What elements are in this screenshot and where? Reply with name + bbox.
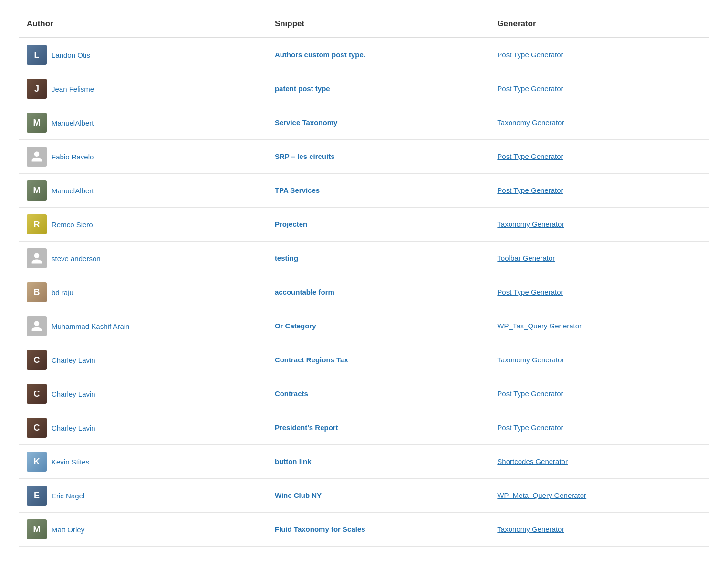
- table-row: LLandon OtisAuthors custom post type.Pos…: [19, 38, 709, 72]
- snippet-cell-11: President's Report: [267, 411, 489, 445]
- author-cell-2: MManuelAlbert: [19, 106, 267, 140]
- author-name[interactable]: Charley Lavin: [52, 356, 95, 364]
- avatar: L: [27, 45, 47, 65]
- snippet-link[interactable]: patent post type: [275, 84, 330, 93]
- author-name[interactable]: steve anderson: [52, 254, 101, 263]
- author-name[interactable]: Jean Felisme: [52, 85, 94, 93]
- generator-link[interactable]: Post Type Generator: [497, 152, 563, 160]
- author-cell-1: JJean Felisme: [19, 72, 267, 106]
- table-row: MManuelAlbertTPA ServicesPost Type Gener…: [19, 174, 709, 208]
- author-wrapper: steve anderson: [27, 248, 260, 268]
- avatar: [27, 147, 47, 167]
- generator-cell-7: Post Type Generator: [489, 275, 709, 309]
- column-header-author: Author: [19, 14, 267, 38]
- author-cell-11: CCharley Lavin: [19, 411, 267, 445]
- avatar: M: [27, 519, 47, 539]
- avatar: M: [27, 113, 47, 133]
- generator-cell-6: Toolbar Generator: [489, 242, 709, 275]
- table-row: CCharley LavinContractsPost Type Generat…: [19, 377, 709, 411]
- author-wrapper: CCharley Lavin: [27, 350, 260, 370]
- author-name[interactable]: bd raju: [52, 288, 73, 296]
- snippet-cell-9: Contract Regions Tax: [267, 343, 489, 377]
- author-wrapper: EEric Nagel: [27, 486, 260, 506]
- avatar: K: [27, 452, 47, 472]
- generator-link[interactable]: Toolbar Generator: [497, 254, 555, 262]
- snippet-cell-14: Fluid Taxonomy for Scales: [267, 513, 489, 547]
- snippet-link[interactable]: button link: [275, 457, 312, 465]
- generator-link[interactable]: Post Type Generator: [497, 390, 563, 398]
- snippet-cell-8: Or Category: [267, 309, 489, 343]
- author-name[interactable]: Charley Lavin: [52, 424, 95, 432]
- generator-link[interactable]: Taxonomy Generator: [497, 118, 564, 127]
- snippet-link[interactable]: Wine Club NY: [275, 491, 322, 499]
- generator-link[interactable]: WP_Tax_Query Generator: [497, 322, 582, 330]
- author-name[interactable]: Landon Otis: [52, 51, 90, 59]
- snippet-cell-13: Wine Club NY: [267, 479, 489, 513]
- table-row: MManuelAlbertService TaxonomyTaxonomy Ge…: [19, 106, 709, 140]
- generator-link[interactable]: Shortcodes Generator: [497, 457, 568, 465]
- avatar: M: [27, 180, 47, 201]
- avatar: B: [27, 282, 47, 302]
- author-cell-14: MMatt Orley: [19, 513, 267, 547]
- author-name[interactable]: Eric Nagel: [52, 492, 84, 500]
- author-cell-3: Fabio Ravelo: [19, 140, 267, 174]
- author-wrapper: MManuelAlbert: [27, 180, 260, 201]
- snippet-link[interactable]: Contract Regions Tax: [275, 356, 348, 364]
- generator-link[interactable]: Taxonomy Generator: [497, 220, 564, 228]
- author-cell-13: EEric Nagel: [19, 479, 267, 513]
- snippet-link[interactable]: SRP – les circuits: [275, 152, 335, 160]
- avatar: C: [27, 350, 47, 370]
- snippet-cell-3: SRP – les circuits: [267, 140, 489, 174]
- table-row: KKevin Stitesbutton linkShortcodes Gener…: [19, 445, 709, 479]
- generator-link[interactable]: Taxonomy Generator: [497, 525, 564, 533]
- generator-link[interactable]: Post Type Generator: [497, 423, 563, 432]
- author-cell-9: CCharley Lavin: [19, 343, 267, 377]
- snippet-link[interactable]: TPA Services: [275, 186, 320, 194]
- author-name[interactable]: ManuelAlbert: [52, 187, 94, 195]
- author-cell-12: KKevin Stites: [19, 445, 267, 479]
- column-header-snippet: Snippet: [267, 14, 489, 38]
- generator-cell-3: Post Type Generator: [489, 140, 709, 174]
- snippet-link[interactable]: Service Taxonomy: [275, 118, 337, 127]
- author-wrapper: MManuelAlbert: [27, 113, 260, 133]
- generator-link[interactable]: Post Type Generator: [497, 84, 563, 93]
- snippet-link[interactable]: Contracts: [275, 390, 308, 398]
- author-cell-7: Bbd raju: [19, 275, 267, 309]
- snippet-link[interactable]: testing: [275, 254, 298, 262]
- generator-link[interactable]: Post Type Generator: [497, 186, 563, 194]
- author-name[interactable]: Remco Siero: [52, 221, 93, 229]
- snippet-cell-7: accountable form: [267, 275, 489, 309]
- author-name[interactable]: Matt Orley: [52, 526, 84, 534]
- generator-link[interactable]: Post Type Generator: [497, 288, 563, 296]
- author-wrapper: Muhammad Kashif Arain: [27, 316, 260, 336]
- snippet-cell-4: TPA Services: [267, 174, 489, 208]
- author-name[interactable]: Fabio Ravelo: [52, 153, 94, 161]
- generator-link[interactable]: Taxonomy Generator: [497, 356, 564, 364]
- generator-cell-5: Taxonomy Generator: [489, 208, 709, 242]
- generator-link[interactable]: WP_Meta_Query Generator: [497, 491, 586, 499]
- author-name[interactable]: Muhammad Kashif Arain: [52, 322, 129, 330]
- author-name[interactable]: ManuelAlbert: [52, 119, 94, 127]
- snippet-link[interactable]: accountable form: [275, 288, 334, 296]
- author-name[interactable]: Kevin Stites: [52, 458, 89, 466]
- table-row: steve andersontestingToolbar Generator: [19, 242, 709, 275]
- generator-cell-0: Post Type Generator: [489, 38, 709, 72]
- author-wrapper: LLandon Otis: [27, 45, 260, 65]
- snippet-link[interactable]: Or Category: [275, 322, 316, 330]
- author-cell-5: RRemco Siero: [19, 208, 267, 242]
- column-header-generator: Generator: [489, 14, 709, 38]
- author-name[interactable]: Charley Lavin: [52, 390, 95, 398]
- avatar: J: [27, 79, 47, 99]
- table-row: CCharley LavinPresident's ReportPost Typ…: [19, 411, 709, 445]
- snippet-link[interactable]: Authors custom post type.: [275, 51, 365, 59]
- table-row: MMatt OrleyFluid Taxonomy for ScalesTaxo…: [19, 513, 709, 547]
- data-table: Author Snippet Generator LLandon OtisAut…: [19, 14, 709, 547]
- generator-link[interactable]: Post Type Generator: [497, 51, 563, 59]
- snippet-link[interactable]: Projecten: [275, 220, 307, 228]
- snippet-link[interactable]: President's Report: [275, 423, 338, 432]
- table-row: RRemco SieroProjectenTaxonomy Generator: [19, 208, 709, 242]
- author-wrapper: JJean Felisme: [27, 79, 260, 99]
- avatar: E: [27, 486, 47, 506]
- generator-cell-10: Post Type Generator: [489, 377, 709, 411]
- snippet-link[interactable]: Fluid Taxonomy for Scales: [275, 525, 365, 533]
